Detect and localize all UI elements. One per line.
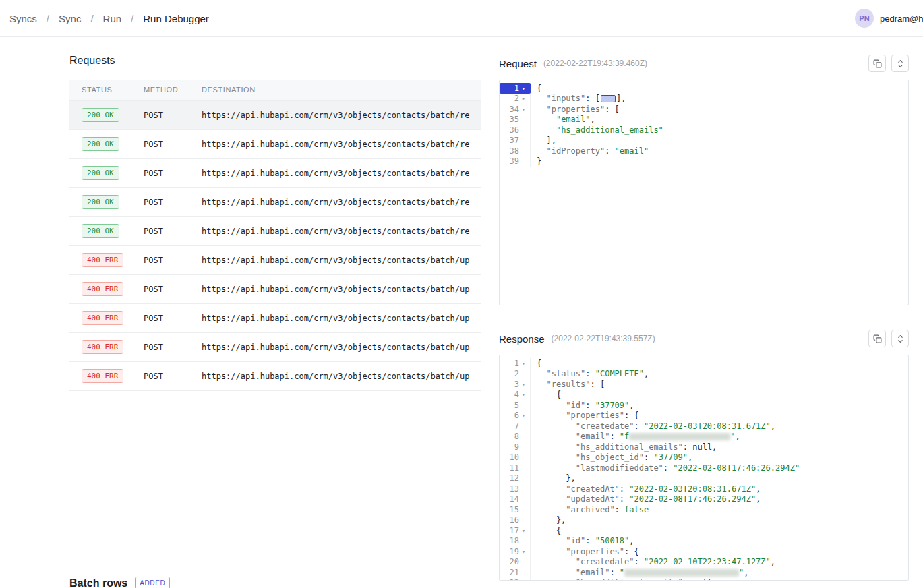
code-text: "hs_additional_emails" <box>537 125 663 135</box>
code-line: 4▾ { <box>500 390 908 401</box>
breadcrumb-separator: / <box>131 13 133 24</box>
line-number: 39 <box>503 156 519 166</box>
fold-arrow-icon[interactable]: ▾ <box>519 391 528 398</box>
line-gutter: 16 <box>500 515 531 526</box>
code-text: "updatedAt": "2022-02-08T17:46:26.294Z", <box>537 494 761 504</box>
destination-cell: https://api.hubapi.com/crm/v3/objects/co… <box>189 187 481 216</box>
table-row[interactable]: 200 OKPOSThttps://api.hubapi.com/crm/v3/… <box>69 129 481 158</box>
destination-cell: https://api.hubapi.com/crm/v3/objects/co… <box>189 129 481 158</box>
status-badge: 200 OK <box>82 195 119 209</box>
fold-arrow-icon[interactable]: ▾ <box>519 85 528 92</box>
line-gutter: 18 <box>500 536 531 547</box>
line-gutter: 5 <box>500 400 531 411</box>
fold-arrow-icon[interactable]: ▸ <box>519 95 528 102</box>
line-gutter: 9 <box>500 442 531 452</box>
requests-table: STATUS METHOD DESTINATION 200 OKPOSThttp… <box>69 80 481 391</box>
status-badge: 400 ERR <box>82 282 123 296</box>
table-row[interactable]: 400 ERRPOSThttps://api.hubapi.com/crm/v3… <box>69 303 481 332</box>
request-code-editor[interactable]: 1▾{2▸ "inputs": [],34▾ "properties": [35… <box>499 80 909 305</box>
line-number: 2 <box>503 94 519 103</box>
column-header-destination: DESTINATION <box>189 80 481 100</box>
code-line: 5 "id": "37709", <box>500 400 908 411</box>
requests-title: Requests <box>69 55 481 67</box>
code-text: { <box>537 390 561 399</box>
table-row[interactable]: 400 ERRPOSThttps://api.hubapi.com/crm/v3… <box>69 274 481 303</box>
destination-cell: https://api.hubapi.com/crm/v3/objects/co… <box>189 303 481 332</box>
breadcrumb: Syncs / Sync / Run / Run Debugger <box>9 13 209 24</box>
breadcrumb-separator: / <box>90 13 93 24</box>
fold-arrow-icon[interactable]: ▾ <box>519 412 528 419</box>
code-text: "properties": { <box>537 411 639 420</box>
fold-arrow-icon[interactable]: ▾ <box>519 527 528 534</box>
table-header-row: STATUS METHOD DESTINATION <box>69 80 481 100</box>
line-gutter: 37 <box>500 136 531 146</box>
line-number: 3 <box>503 380 519 389</box>
line-gutter: 17▾ <box>500 525 531 536</box>
destination-cell: https://api.hubapi.com/crm/v3/objects/co… <box>189 158 481 187</box>
fold-arrow-icon[interactable]: ▾ <box>519 360 528 367</box>
fold-arrow-icon[interactable]: ▾ <box>519 381 528 388</box>
line-gutter: 1▾ <box>500 358 531 369</box>
breadcrumb-sync[interactable]: Sync <box>59 13 81 24</box>
code-line: 1▾{ <box>500 83 908 94</box>
status-badge: 200 OK <box>82 137 119 151</box>
response-actions <box>868 330 909 347</box>
line-gutter: 36 <box>500 125 531 136</box>
code-text: "status": "COMPLETE", <box>537 369 649 378</box>
method-cell: POST <box>131 361 189 390</box>
expand-response-button[interactable] <box>891 330 909 347</box>
page: Syncs / Sync / Run / Run Debugger PN ped… <box>0 0 923 588</box>
table-row[interactable]: 400 ERRPOSThttps://api.hubapi.com/crm/v3… <box>69 361 481 390</box>
code-line: 16 }, <box>500 515 908 526</box>
line-gutter: 2 <box>500 369 531 380</box>
method-cell: POST <box>131 332 189 361</box>
fold-arrow-icon[interactable]: ▾ <box>519 106 528 113</box>
code-line: 2▸ "inputs": [], <box>500 94 908 105</box>
code-text: "createdate": "2022-02-03T20:08:31.671Z"… <box>537 421 775 431</box>
line-number: 1 <box>503 359 519 368</box>
line-gutter: 8 <box>500 432 531 442</box>
topbar: Syncs / Sync / Run / Run Debugger PN ped… <box>0 0 923 37</box>
column-header-status: STATUS <box>69 80 131 100</box>
table-row[interactable]: 200 OKPOSThttps://api.hubapi.com/crm/v3/… <box>69 158 481 187</box>
status-badge: 400 ERR <box>82 253 123 267</box>
breadcrumb-syncs[interactable]: Syncs <box>9 13 37 24</box>
avatar[interactable]: PN <box>855 9 874 28</box>
code-text: "id": "37709", <box>537 401 634 410</box>
code-line: 14 "updatedAt": "2022-02-08T17:46:26.294… <box>500 494 908 505</box>
line-number: 21 <box>503 568 519 577</box>
line-gutter: 12 <box>500 473 531 484</box>
copy-icon <box>873 334 882 343</box>
table-row[interactable]: 400 ERRPOSThttps://api.hubapi.com/crm/v3… <box>69 245 481 274</box>
code-line: 1▾{ <box>500 358 908 369</box>
status-badge: 400 ERR <box>82 369 123 383</box>
line-number: 18 <box>503 536 519 546</box>
code-line: 17▾ { <box>500 525 908 536</box>
line-gutter: 1▾ <box>500 83 531 94</box>
breadcrumb-run[interactable]: Run <box>103 13 122 24</box>
line-number: 13 <box>503 484 519 494</box>
destination-cell: https://api.hubapi.com/crm/v3/objects/co… <box>189 361 481 390</box>
expand-request-button[interactable] <box>891 55 909 72</box>
table-row[interactable]: 400 ERRPOSThttps://api.hubapi.com/crm/v3… <box>69 332 481 361</box>
code-text: "properties": [ <box>537 105 620 114</box>
line-number: 38 <box>503 146 519 156</box>
request-viewer: Request (2022-02-22T19:43:39.460Z) <box>499 55 909 305</box>
code-line: 34▾ "properties": [ <box>500 104 908 115</box>
table-row[interactable]: 200 OKPOSThttps://api.hubapi.com/crm/v3/… <box>69 100 481 129</box>
code-line: 36 "hs_additional_emails" <box>500 125 908 136</box>
code-text: "email": "", <box>537 568 749 577</box>
batch-rows-title: Batch rows <box>69 577 127 588</box>
fold-arrow-icon[interactable]: ▾ <box>519 548 528 555</box>
response-code-editor[interactable]: 1▾{2 "status": "COMPLETE",3▾ "results": … <box>499 355 909 581</box>
collapsed-fold-widget[interactable] <box>601 95 616 102</box>
table-row[interactable]: 200 OKPOSThttps://api.hubapi.com/crm/v3/… <box>69 216 481 245</box>
line-number: 35 <box>503 115 519 124</box>
copy-request-button[interactable] <box>868 55 886 72</box>
line-number: 15 <box>503 505 519 514</box>
destination-cell: https://api.hubapi.com/crm/v3/objects/co… <box>189 332 481 361</box>
code-text: { <box>537 359 541 368</box>
copy-response-button[interactable] <box>868 330 886 347</box>
line-number: 6 <box>503 411 519 420</box>
table-row[interactable]: 200 OKPOSThttps://api.hubapi.com/crm/v3/… <box>69 187 481 216</box>
